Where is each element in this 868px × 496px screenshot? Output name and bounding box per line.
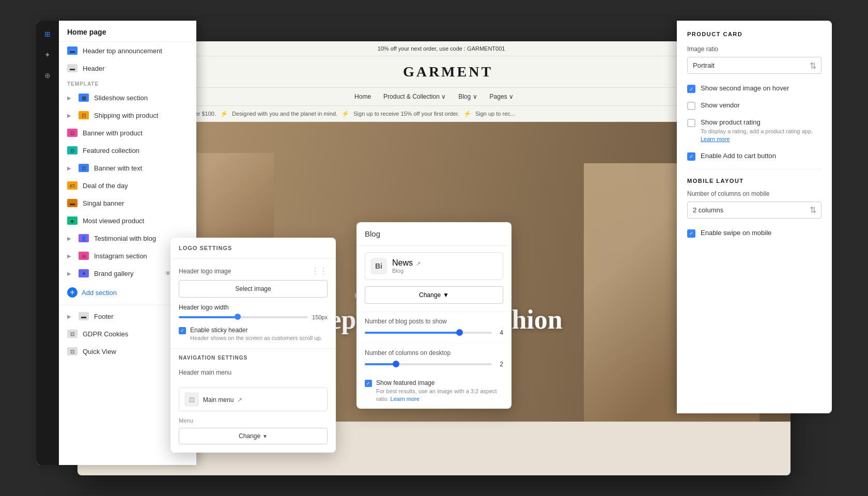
singal-label: Singal banner	[83, 199, 124, 207]
sidebar-item-header-announcement[interactable]: ▬ Header top announcement	[59, 42, 196, 59]
banner-text-icon: ⊡	[79, 164, 89, 172]
blog-posts-track[interactable]	[365, 332, 492, 334]
deal-icon: 🏷	[67, 181, 78, 190]
range-thumb[interactable]	[235, 314, 241, 320]
second-image-checkbox[interactable]: ✓	[687, 85, 695, 93]
blog-panel: Blog Bi News ↗ Blog Change ▼ Number of b…	[357, 222, 512, 409]
add-to-cart-row: ✓ Enable Add to cart button	[687, 152, 822, 161]
sticky-header-text: Enable sticky header Header shows on the…	[190, 327, 322, 341]
blog-featured-image-row: ✓ Show featured image For best results, …	[357, 374, 512, 409]
slideshow-icon: ▦	[79, 94, 89, 102]
sidebar-item-deal[interactable]: 🏷 Deal of the day	[59, 177, 196, 194]
add-to-cart-checkbox[interactable]: ✓	[687, 152, 695, 161]
select-image-button[interactable]: Select image	[179, 280, 328, 298]
featured-label: Featured collection	[83, 147, 140, 154]
sidebar-item-banner-product[interactable]: ⊡ Banner with product	[59, 124, 196, 142]
theme-icon[interactable]: ✦	[41, 49, 54, 61]
sidebar-item-slideshow[interactable]: ▶ ▦ Slideshow section	[59, 89, 196, 106]
header-icon: ▬	[67, 64, 78, 72]
blog-featured-sub: For best results, use an image with a 3:…	[376, 388, 503, 404]
brand-label: Brand gallery	[94, 270, 134, 277]
header-menu-label: Header main menu	[179, 369, 328, 376]
menu-item-link-icon[interactable]: ↗	[237, 396, 242, 404]
sidebar-item-singal[interactable]: ▬ Singal banner	[59, 194, 196, 212]
blog-link-icon[interactable]: ↗	[416, 260, 421, 267]
blog-change-arrow: ▼	[443, 291, 449, 299]
blog-columns-track[interactable]	[365, 363, 492, 365]
blog-columns-label: Number of columns on desktop	[365, 349, 503, 357]
blog-featured-image-checkbox[interactable]: ✓	[365, 380, 372, 387]
sections-icon[interactable]: ⊞	[41, 28, 54, 40]
promo-text: 10% off your next order, use code : GARM…	[378, 45, 505, 52]
blog-columns-setting: Number of columns on desktop 2	[357, 343, 512, 374]
brand-arrow: ▶	[67, 271, 71, 276]
nav-section-label: NAVIGATION SETTINGS	[171, 348, 336, 365]
mobile-columns-label: Number of columns on mobile	[687, 190, 822, 197]
sidebar-item-most-viewed[interactable]: ◈ Most viewed product	[59, 212, 196, 229]
second-image-label: Show second image on hover	[701, 84, 789, 92]
range-track[interactable]	[179, 316, 308, 318]
show-vendor-checkbox[interactable]	[687, 102, 695, 110]
shipping-label: Shipping with product	[94, 112, 158, 119]
instagram-label: Instagram section	[94, 252, 147, 260]
add-to-cart-label: Enable Add to cart button	[701, 152, 776, 160]
logo-image-section: Header logo image ⋮⋮ Select image Header…	[171, 259, 336, 348]
instagram-arrow: ▶	[67, 253, 71, 259]
mobile-columns-select-wrapper[interactable]: 2 columns 1 column	[687, 202, 822, 219]
image-ratio-select[interactable]: Portrait Square Landscape Auto	[687, 57, 822, 74]
apps-icon[interactable]: ⊕	[41, 69, 54, 82]
quickview-icon: ⊡	[67, 347, 78, 355]
blog-posts-label: Number of blog posts to show	[365, 318, 503, 325]
menu-item-name: Main menu	[203, 396, 234, 404]
brand-icon: ✦	[79, 269, 89, 277]
menu-item-icon: ⊡	[184, 392, 199, 407]
sticky-header-checkbox[interactable]: ✓	[179, 327, 186, 334]
blog-posts-value: 4	[496, 329, 503, 336]
blog-item: Bi News ↗ Blog	[365, 252, 503, 280]
change-button[interactable]: Change ▼	[179, 428, 328, 444]
mobile-columns-select[interactable]: 2 columns 1 column	[687, 202, 822, 219]
blog-posts-fill	[365, 332, 460, 334]
mobile-columns-field: Number of columns on mobile 2 columns 1 …	[687, 190, 822, 219]
banner-product-label: Banner with product	[83, 129, 143, 137]
blog-columns-range: 2	[365, 361, 503, 368]
footer-arrow: ▶	[67, 314, 71, 319]
image-ratio-label: Image ratio	[687, 45, 822, 53]
blog-learn-more[interactable]: Learn more	[391, 396, 420, 402]
drag-handle-icon[interactable]: ⋮⋮	[311, 266, 328, 276]
blog-change-button[interactable]: Change ▼	[365, 286, 503, 304]
blog-columns-thumb[interactable]	[393, 361, 399, 367]
blog-posts-setting: Number of blog posts to show 4	[357, 311, 512, 343]
sidebar-item-banner-text[interactable]: ▶ ⊡ Banner with text	[59, 159, 196, 177]
sidebar-item-featured[interactable]: ⊟ Featured collection	[59, 142, 196, 159]
show-rating-text: Show product rating To display a rating,…	[701, 118, 822, 144]
logo-settings-panel: LOGO SETTINGS Header logo image ⋮⋮ Selec…	[171, 238, 336, 453]
rating-learn-more[interactable]: Learn more	[701, 136, 730, 142]
nav-menu-section: Header main menu	[171, 365, 336, 388]
nav-products[interactable]: Product & Collection ∨	[383, 93, 446, 100]
announcement-label: Header top announcement	[83, 47, 162, 55]
mobile-section-title: MOBILE LAYOUT	[687, 178, 822, 184]
enable-swipe-checkbox[interactable]: ✓	[687, 229, 695, 238]
bolt-icon-2: ⚡	[220, 110, 228, 117]
nav-pages[interactable]: Pages ∨	[490, 93, 514, 100]
nav-home[interactable]: Home	[354, 93, 371, 100]
deal-label: Deal of the day	[83, 182, 128, 190]
blog-item-type: Blog	[392, 268, 421, 274]
logo-width-range: 150px	[179, 314, 328, 320]
change-arrow-icon: ▼	[262, 433, 268, 439]
nav-blog[interactable]: Blog ∨	[458, 93, 477, 100]
bolt-icon-3: ⚡	[342, 110, 349, 117]
image-ratio-select-wrapper[interactable]: Portrait Square Landscape Auto	[687, 57, 822, 74]
sidebar-item-header[interactable]: ▬ Header	[59, 59, 196, 77]
blog-posts-thumb[interactable]	[456, 329, 463, 336]
sidebar-page-label: Home page	[59, 21, 196, 42]
banner-text-label: Banner with text	[94, 164, 142, 172]
testimonial-label: Testimonial with blog	[94, 235, 156, 242]
show-rating-checkbox[interactable]	[687, 119, 695, 127]
blog-posts-range: 4	[365, 329, 503, 336]
slideshow-arrow: ▶	[67, 95, 71, 101]
sidebar-item-shipping[interactable]: ▶ ⊡ Shipping with product	[59, 106, 196, 124]
logo-width-label: Header logo width	[179, 304, 328, 311]
blog-columns-fill	[365, 363, 397, 365]
